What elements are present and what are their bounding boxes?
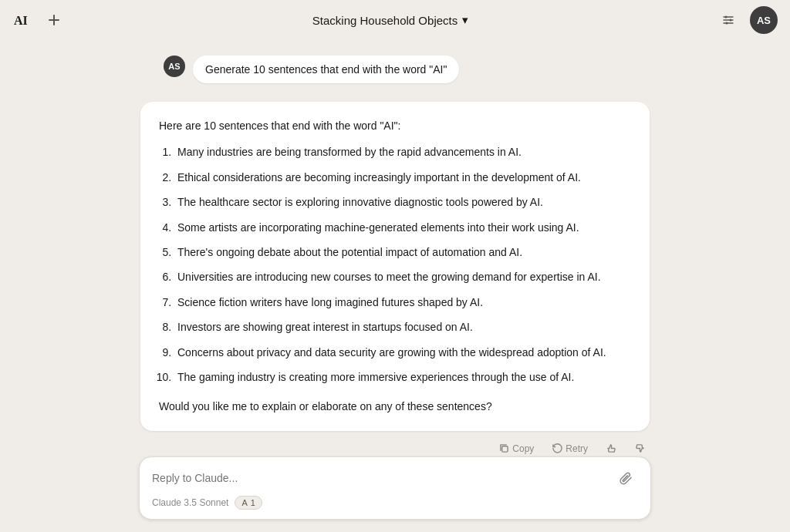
sentences-list: Many industries are being transformed by… <box>159 143 631 386</box>
model-badge: A 1 <box>235 496 262 510</box>
list-item: The gaming industry is creating more imm… <box>174 369 631 386</box>
assistant-intro: Here are 10 sentences that end with the … <box>159 117 631 134</box>
thumbs-down-button[interactable] <box>630 440 650 456</box>
title-text: Stacking Household Objects <box>312 14 457 27</box>
retry-button[interactable]: Retry <box>548 440 592 456</box>
user-avatar[interactable]: AS <box>750 6 778 34</box>
conversation-title[interactable]: Stacking Household Objects ▾ <box>312 13 468 27</box>
copy-label: Copy <box>512 443 534 454</box>
model-badge-letter: A <box>241 498 247 507</box>
settings-button[interactable] <box>716 8 741 32</box>
input-footer: Claude 3.5 Sonnet A 1 <box>152 496 638 510</box>
chat-main: AS Generate 10 sentences that end with t… <box>0 40 790 456</box>
model-name-label: Claude 3.5 Sonnet <box>152 497 228 508</box>
reply-input[interactable] <box>152 472 615 484</box>
attach-button[interactable] <box>615 466 638 490</box>
svg-point-8 <box>726 22 728 25</box>
list-item: The healthcare sector is exploring innov… <box>174 194 631 210</box>
svg-point-6 <box>725 16 728 19</box>
list-item: Universities are introducing new courses… <box>174 268 631 285</box>
user-message-bubble: Generate 10 sentences that end with the … <box>193 56 459 83</box>
header-right: AS <box>716 6 778 34</box>
list-item: Science fiction writers have long imagin… <box>174 294 631 311</box>
app-logo: AI <box>12 9 34 31</box>
svg-text:AI: AI <box>14 14 28 27</box>
list-item: Some artists are incorporating machine-g… <box>174 219 631 236</box>
list-item: Many industries are being transformed by… <box>174 143 631 160</box>
new-chat-button[interactable] <box>43 9 65 31</box>
assistant-message: Here are 10 sentences that end with the … <box>140 102 650 431</box>
action-bar: Copy Retry <box>140 437 650 456</box>
list-item: There's ongoing debate about the potenti… <box>174 244 631 261</box>
user-message-text: Generate 10 sentences that end with the … <box>205 63 447 76</box>
list-item: Investors are showing great interest in … <box>174 318 631 335</box>
input-box: Claude 3.5 Sonnet A 1 <box>139 456 651 520</box>
copy-button[interactable]: Copy <box>495 440 538 456</box>
assistant-followup: Would you like me to explain or elaborat… <box>159 398 631 415</box>
user-avatar-small: AS <box>164 56 185 77</box>
retry-label: Retry <box>565 443 588 454</box>
model-badge-count: 1 <box>251 498 255 507</box>
input-row <box>152 466 638 490</box>
app-header: AI Stacking Household Objects ▾ AS <box>0 0 790 40</box>
header-left: AI <box>12 9 65 31</box>
user-message-wrapper: AS Generate 10 sentences that end with t… <box>164 56 626 83</box>
list-item: Concerns about privacy and data security… <box>174 344 631 361</box>
list-item: Ethical considerations are becoming incr… <box>174 169 631 186</box>
svg-rect-9 <box>502 446 508 452</box>
thumbs-up-button[interactable] <box>602 440 621 456</box>
input-area: Claude 3.5 Sonnet A 1 <box>0 456 790 532</box>
chevron-down-icon: ▾ <box>462 13 468 27</box>
svg-point-7 <box>730 19 732 22</box>
